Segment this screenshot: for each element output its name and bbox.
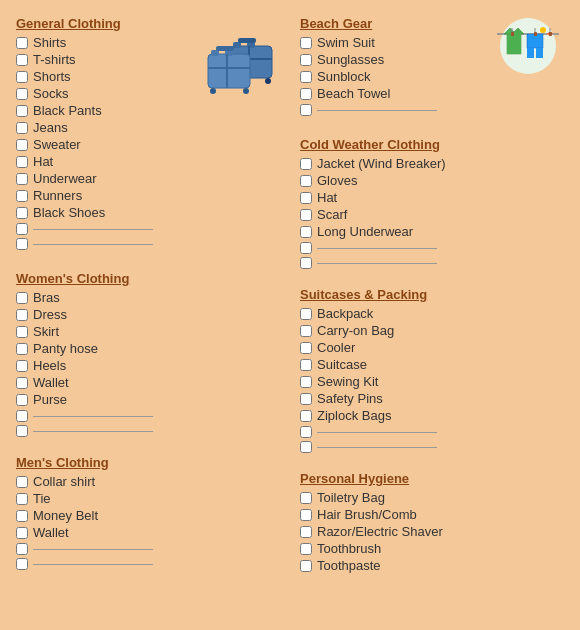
checkbox[interactable] <box>16 360 28 372</box>
blank-line <box>300 257 564 269</box>
checkbox[interactable] <box>16 88 28 100</box>
list-item: Suitcase <box>300 357 564 372</box>
checkbox[interactable] <box>300 325 312 337</box>
checkbox[interactable] <box>16 558 28 570</box>
list-item: Hat <box>300 190 564 205</box>
checkbox[interactable] <box>300 175 312 187</box>
checkbox[interactable] <box>300 543 312 555</box>
checkbox[interactable] <box>16 238 28 250</box>
checkbox[interactable] <box>300 526 312 538</box>
list-item: Safety Pins <box>300 391 564 406</box>
personal-hygiene-title: Personal Hygiene <box>300 471 564 486</box>
checkbox[interactable] <box>16 343 28 355</box>
list-item: Toiletry Bag <box>300 490 564 505</box>
list-item: Sunglasses <box>300 52 484 67</box>
checkbox[interactable] <box>16 105 28 117</box>
list-item: Wallet <box>16 375 280 390</box>
checkbox[interactable] <box>300 359 312 371</box>
checkbox[interactable] <box>300 226 312 238</box>
list-item: Sewing Kit <box>300 374 564 389</box>
checkbox[interactable] <box>16 54 28 66</box>
checkbox[interactable] <box>16 377 28 389</box>
svg-point-7 <box>265 78 271 84</box>
checkbox[interactable] <box>300 308 312 320</box>
checkbox[interactable] <box>300 410 312 422</box>
svg-rect-29 <box>549 32 552 36</box>
svg-point-25 <box>540 27 546 33</box>
svg-rect-23 <box>536 48 543 58</box>
list-item: Ziplock Bags <box>300 408 564 423</box>
checkbox[interactable] <box>16 223 28 235</box>
checkbox[interactable] <box>300 88 312 100</box>
checkbox[interactable] <box>300 509 312 521</box>
mens-clothing-title: Men's Clothing <box>16 455 280 470</box>
checkbox[interactable] <box>16 292 28 304</box>
checkbox[interactable] <box>300 441 312 453</box>
checkbox[interactable] <box>300 158 312 170</box>
checkbox[interactable] <box>300 242 312 254</box>
checkbox[interactable] <box>16 493 28 505</box>
blank-line <box>16 223 190 235</box>
list-item: Swim Suit <box>300 35 484 50</box>
checkbox[interactable] <box>16 156 28 168</box>
checkbox[interactable] <box>300 342 312 354</box>
checkbox[interactable] <box>16 543 28 555</box>
beach-gear-title: Beach Gear <box>300 16 484 31</box>
checkbox[interactable] <box>16 309 28 321</box>
checkbox[interactable] <box>16 173 28 185</box>
blank-line <box>16 543 280 555</box>
checkbox[interactable] <box>16 410 28 422</box>
svg-point-15 <box>243 88 249 94</box>
list-item: Jeans <box>16 120 190 135</box>
checkbox[interactable] <box>300 376 312 388</box>
list-item: Cooler <box>300 340 564 355</box>
list-item: Carry-on Bag <box>300 323 564 338</box>
list-item: Gloves <box>300 173 564 188</box>
checkbox[interactable] <box>16 71 28 83</box>
checkbox[interactable] <box>16 207 28 219</box>
list-item: Dress <box>16 307 280 322</box>
checkbox[interactable] <box>16 122 28 134</box>
section-womens-clothing: Women's Clothing Bras Dress Skirt Panty … <box>16 271 280 437</box>
list-item: Hat <box>16 154 190 169</box>
checkbox[interactable] <box>300 492 312 504</box>
checkbox[interactable] <box>300 209 312 221</box>
list-item: Shorts <box>16 69 190 84</box>
checkbox[interactable] <box>300 560 312 572</box>
checkbox[interactable] <box>16 139 28 151</box>
checkbox[interactable] <box>300 37 312 49</box>
checkbox[interactable] <box>300 104 312 116</box>
checkbox[interactable] <box>300 71 312 83</box>
list-item: Socks <box>16 86 190 101</box>
checkbox[interactable] <box>16 527 28 539</box>
checkbox[interactable] <box>300 54 312 66</box>
checkbox[interactable] <box>16 190 28 202</box>
checkbox[interactable] <box>16 394 28 406</box>
svg-rect-12 <box>226 54 228 88</box>
checkbox[interactable] <box>16 37 28 49</box>
checkbox[interactable] <box>300 192 312 204</box>
svg-point-14 <box>210 88 216 94</box>
svg-rect-19 <box>507 34 521 54</box>
svg-rect-21 <box>527 34 543 48</box>
list-item: Underwear <box>16 171 190 186</box>
checkbox[interactable] <box>16 425 28 437</box>
checkbox[interactable] <box>16 476 28 488</box>
list-item: Hair Brush/Comb <box>300 507 564 522</box>
section-general-clothing: General Clothing Shirts T-shirts Shorts … <box>16 16 280 253</box>
luggage-icon <box>200 36 280 104</box>
list-item: Tie <box>16 491 280 506</box>
blank-line <box>16 410 280 422</box>
list-item: Skirt <box>16 324 280 339</box>
svg-rect-8 <box>208 54 250 88</box>
blank-line <box>300 441 564 453</box>
checkbox[interactable] <box>16 326 28 338</box>
cold-weather-title: Cold Weather Clothing <box>300 137 564 152</box>
checkbox[interactable] <box>300 257 312 269</box>
womens-clothing-title: Women's Clothing <box>16 271 280 286</box>
checkbox[interactable] <box>300 426 312 438</box>
checkbox[interactable] <box>300 393 312 405</box>
list-item: Collar shirt <box>16 474 280 489</box>
blank-line <box>16 558 280 570</box>
checkbox[interactable] <box>16 510 28 522</box>
